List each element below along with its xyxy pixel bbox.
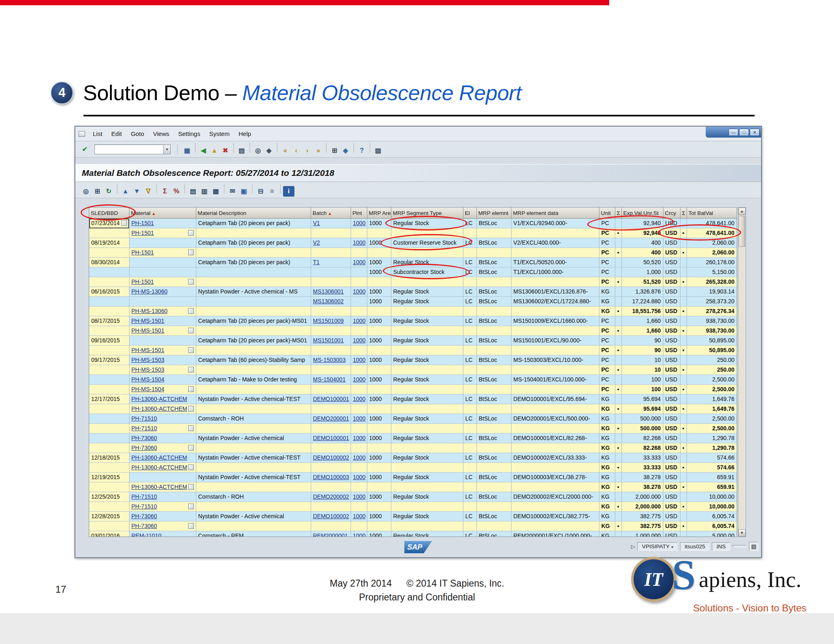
plnt-link[interactable]: 1000 <box>353 415 366 422</box>
mat-link[interactable]: PH-MS-1504 <box>132 376 165 383</box>
cell-plnt[interactable]: 1000 <box>351 414 367 424</box>
mat-link[interactable]: PH-MS-1503 <box>132 357 165 363</box>
column-header-crcy[interactable]: Crcy <box>663 208 680 219</box>
local-file-icon[interactable]: ▦ <box>210 186 222 196</box>
print-icon[interactable]: ▤ <box>236 145 247 156</box>
batch-link[interactable]: DEMO200002 <box>313 493 349 500</box>
cell-plnt[interactable]: 1000 <box>351 473 367 482</box>
views-icon[interactable]: ⊟ <box>255 186 266 196</box>
cell-mat[interactable]: PH-1501 <box>129 228 196 238</box>
export-icon[interactable]: ▥ <box>199 186 210 196</box>
restore-icon[interactable]: □ <box>739 129 749 136</box>
cell-mat[interactable]: PH-13060-ACTCHEM <box>129 482 196 492</box>
cell-mat[interactable]: PH-71510 <box>129 502 196 512</box>
cell-mat[interactable]: PH-13060-ACTCHEM <box>129 453 196 463</box>
plnt-link[interactable]: 1000 <box>353 220 366 226</box>
print-cell-icon[interactable] <box>188 250 194 255</box>
cell-mat[interactable]: PH-MS-1503 <box>129 365 196 375</box>
column-header-mrp-elemnt[interactable]: MRP elemnt <box>476 208 511 219</box>
cell-plnt[interactable]: 1000 <box>351 531 367 537</box>
column-header-sled-bbd[interactable]: SLED/BBD <box>89 208 129 219</box>
batch-link[interactable]: V1 <box>313 220 320 226</box>
mat-link[interactable]: PH-73060 <box>132 513 157 519</box>
mat-link[interactable]: PH-13060-ACTCHEM <box>132 405 187 412</box>
column-header-mrp-segment-type[interactable]: MRP Segment Type <box>391 208 463 219</box>
first-page-icon[interactable]: « <box>280 145 291 156</box>
menu-item-settings[interactable]: Settings <box>173 129 204 139</box>
batch-link[interactable]: MS1306001 <box>313 288 344 295</box>
mat-link[interactable]: PH-1501 <box>132 220 154 226</box>
total-icon[interactable]: Σ <box>159 186 171 197</box>
menu-item-views[interactable]: Views <box>149 129 174 139</box>
command-dropdown-icon[interactable]: ▾ <box>164 145 171 154</box>
cell-plnt[interactable]: 1000 <box>351 375 367 385</box>
cell-plnt[interactable]: 1000 <box>351 394 367 404</box>
cell-batch[interactable]: MS-1504001 <box>311 375 351 385</box>
menu-item-edit[interactable]: Edit <box>107 129 126 139</box>
subtotal-icon[interactable]: % <box>171 186 182 197</box>
cancel-icon[interactable]: ✖ <box>220 145 231 156</box>
column-header-material-description[interactable]: Material Description <box>196 208 311 219</box>
cell-batch[interactable]: DEMO200002 <box>311 492 351 502</box>
next-page-icon[interactable]: › <box>302 145 313 156</box>
print-cell-icon[interactable] <box>188 308 194 314</box>
cell-plnt[interactable]: 1000 <box>351 453 367 463</box>
print-cell-icon[interactable] <box>188 406 194 412</box>
status-system-field[interactable]: VPISIPATY▾ <box>637 542 678 551</box>
close-icon[interactable]: ✕ <box>750 129 759 136</box>
mat-link[interactable]: PH-13060-ACTCHEM <box>132 454 187 461</box>
batch-link[interactable]: T1 <box>313 259 320 265</box>
sort-descending-icon[interactable]: ▼ <box>131 186 143 197</box>
status-play-icon[interactable]: ▷ <box>631 543 635 550</box>
vertical-scrollbar[interactable]: ▲ ▼ <box>738 207 746 537</box>
column-header-plnt[interactable]: Plnt <box>351 208 367 219</box>
cell-plnt[interactable]: 1000 <box>351 238 367 248</box>
cell-mat[interactable]: PH-73060 <box>129 521 196 531</box>
cell-batch[interactable]: MS1306001 <box>311 287 351 297</box>
cell-plnt[interactable]: 1000 <box>351 287 367 297</box>
plnt-link[interactable]: 1000 <box>353 376 366 383</box>
print-cell-icon[interactable] <box>188 504 194 509</box>
sort-ascending-icon[interactable]: ▲ <box>120 186 131 197</box>
help-icon[interactable]: ? <box>356 145 367 156</box>
graphic-icon[interactable]: ▣ <box>238 186 250 196</box>
column-header-exp-val-unr-st[interactable]: Exp.Val.Unr.St <box>621 208 663 219</box>
cell-mat[interactable]: PH-MS-1504 <box>129 385 196 394</box>
cell-mat[interactable]: PH-13060-ACTCHEM <box>129 404 196 414</box>
plnt-link[interactable]: 1000 <box>353 532 366 537</box>
column-header-material[interactable]: Material▲ <box>129 208 196 219</box>
menu-item-help[interactable]: Help <box>234 129 256 139</box>
scroll-up-icon[interactable]: ▲ <box>738 208 746 215</box>
batch-link[interactable]: REM2000001 <box>313 532 348 537</box>
cell-batch[interactable]: REM2000001 <box>311 531 351 537</box>
new-session-icon[interactable]: ⊞ <box>329 145 340 156</box>
mat-link[interactable]: PH-MS-13060 <box>132 308 168 314</box>
cell-batch[interactable]: DEMO100003 <box>311 473 351 482</box>
plnt-link[interactable]: 1000 <box>353 396 366 402</box>
mat-link[interactable]: PH-MS-1501 <box>132 318 165 324</box>
mat-link[interactable]: PH-MS-1504 <box>132 386 165 392</box>
cell-mat[interactable]: PH-73060 <box>129 434 196 443</box>
print-cell-icon[interactable] <box>188 464 194 470</box>
cell-batch[interactable]: DEMO200001 <box>311 414 351 424</box>
mat-link[interactable]: PH-MS-1501 <box>132 327 165 334</box>
plnt-link[interactable]: 1000 <box>353 288 366 295</box>
mat-link[interactable]: PH-1501 <box>132 278 154 285</box>
last-page-icon[interactable]: » <box>313 145 324 156</box>
plnt-link[interactable]: 1000 <box>353 435 366 441</box>
cell-mat[interactable]: PH-MS-1501 <box>129 346 196 355</box>
layout-menu-icon[interactable]: ▨ <box>373 145 384 156</box>
cell-mat[interactable]: PH-13060-ACTCHEM <box>129 394 196 404</box>
print-cell-icon[interactable] <box>188 523 194 529</box>
batch-link[interactable]: MS-1503003 <box>313 357 346 363</box>
mat-link[interactable]: PH-13060-ACTCHEM <box>132 484 187 490</box>
mat-link[interactable]: PH-71510 <box>132 503 157 510</box>
scrollbar-thumb[interactable] <box>739 216 745 247</box>
cell-plnt[interactable]: 1000 <box>351 492 367 502</box>
details-icon[interactable]: ◎ <box>80 186 92 196</box>
batch-link[interactable]: MS1501001 <box>313 337 344 344</box>
cell-mat[interactable]: PH-MS-13060 <box>129 287 196 297</box>
cell-mat[interactable]: PH-13060-ACTCHEM <box>129 463 196 473</box>
print-cell-icon[interactable] <box>188 484 194 490</box>
cell-mat[interactable]: PH-73060 <box>129 512 196 521</box>
